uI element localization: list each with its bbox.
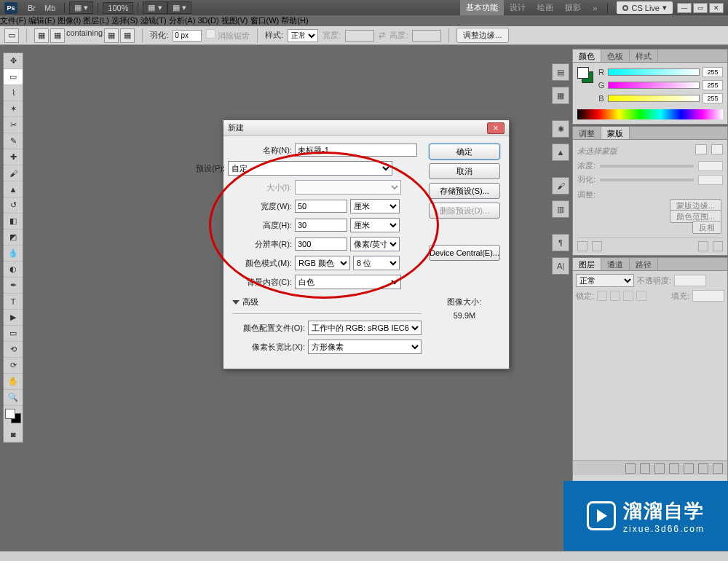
- path-select-tool[interactable]: ▶: [4, 310, 23, 326]
- tool-preset-icon[interactable]: ▭: [4, 28, 19, 43]
- screen-mode-dropdown[interactable]: ▦ ▾: [143, 1, 167, 14]
- fg-bg-swatch[interactable]: [577, 67, 593, 83]
- height-unit-select[interactable]: 厘米: [350, 218, 400, 232]
- 3d-camera-tool[interactable]: ⟳: [4, 358, 23, 374]
- lasso-tool[interactable]: ⌇: [4, 85, 23, 101]
- dock-clone-icon[interactable]: ▲: [552, 144, 569, 161]
- advanced-label[interactable]: 高级: [242, 297, 258, 306]
- pen-tool[interactable]: ✒: [4, 278, 23, 294]
- tab-channels[interactable]: 通道: [601, 258, 630, 270]
- menu-analysis[interactable]: 分析(A): [169, 16, 196, 25]
- history-brush-tool[interactable]: ↺: [4, 197, 23, 213]
- device-central-button[interactable]: Device Central(E)...: [429, 245, 500, 261]
- delete-preset-button[interactable]: 删除预设(D)...: [429, 203, 500, 219]
- dialog-titlebar[interactable]: 新建 ×: [223, 120, 509, 136]
- g-slider[interactable]: [608, 82, 700, 89]
- width-unit-select[interactable]: 厘米: [350, 199, 400, 213]
- menu-image[interactable]: 图像(I): [58, 16, 81, 25]
- tab-adjust[interactable]: 调整: [573, 127, 601, 139]
- color-swatch[interactable]: [5, 409, 21, 423]
- blend-mode-select[interactable]: 正常: [576, 274, 634, 287]
- 3d-tool[interactable]: ⟲: [4, 342, 23, 358]
- lock-all-icon[interactable]: [636, 291, 646, 301]
- color-profile-select[interactable]: 工作中的 RGB: sRGB IEC6...: [308, 321, 422, 335]
- menu-select[interactable]: 选择(S): [111, 16, 138, 25]
- extras-dropdown[interactable]: ▦ ▾: [167, 1, 191, 14]
- healing-tool[interactable]: ✚: [4, 149, 23, 165]
- selection-new-icon[interactable]: ▦: [34, 28, 49, 43]
- selection-intersect-icon[interactable]: ▦: [120, 28, 135, 43]
- brush-tool[interactable]: 🖌: [4, 165, 23, 181]
- gradient-tool[interactable]: ◩: [4, 230, 23, 246]
- arrange-dropdown[interactable]: ▦ ▾: [69, 1, 93, 14]
- selection-add-icon[interactable]: ▦: [50, 28, 65, 43]
- b-slider[interactable]: [608, 95, 700, 102]
- delete-mask-icon[interactable]: [713, 241, 723, 251]
- pixel-mask-icon[interactable]: [695, 144, 707, 154]
- tab-color[interactable]: 颜色: [573, 50, 601, 62]
- apply-mask-icon[interactable]: [592, 241, 602, 251]
- eraser-tool[interactable]: ◧: [4, 213, 23, 230]
- bridge-icon[interactable]: Br: [23, 2, 40, 14]
- new-layer-icon[interactable]: [698, 463, 708, 474]
- lock-image-icon[interactable]: [610, 291, 620, 301]
- invert-button[interactable]: 反相: [692, 221, 721, 234]
- type-tool[interactable]: T: [4, 294, 23, 310]
- link-layers-icon[interactable]: [625, 463, 636, 474]
- quick-mask-icon[interactable]: ◙: [4, 426, 23, 442]
- tab-swatches[interactable]: 色板: [601, 50, 630, 62]
- magic-wand-tool[interactable]: ✶: [4, 101, 23, 117]
- menu-edit[interactable]: 编辑(E): [28, 16, 55, 25]
- menu-layer[interactable]: 图层(L): [83, 16, 108, 25]
- cancel-button[interactable]: 取消: [429, 163, 500, 179]
- workspace-tab-design[interactable]: 设计: [504, 0, 531, 15]
- color-spectrum[interactable]: [577, 109, 723, 119]
- marquee-tool[interactable]: ▭: [4, 69, 23, 85]
- r-slider[interactable]: [608, 68, 700, 76]
- workspace-tab-photo[interactable]: 摄影: [559, 0, 587, 15]
- load-sel-icon[interactable]: [577, 241, 587, 251]
- blur-tool[interactable]: 💧: [4, 246, 23, 262]
- dock-brush-icon[interactable]: ✺: [552, 120, 569, 138]
- dock-toolpreset-icon[interactable]: ▥: [552, 200, 569, 218]
- menu-view[interactable]: 视图(V): [221, 16, 248, 25]
- menu-filter[interactable]: 滤镜(T): [141, 16, 167, 25]
- menu-window[interactable]: 窗口(W): [250, 16, 280, 25]
- delete-layer-icon[interactable]: [713, 463, 723, 474]
- eyedropper-tool[interactable]: ✎: [4, 133, 23, 149]
- refine-edge-button[interactable]: 调整边缘...: [456, 28, 508, 43]
- advanced-chevron-icon[interactable]: [232, 300, 240, 305]
- preset-select[interactable]: 自定: [228, 161, 392, 176]
- feather-input[interactable]: [173, 30, 202, 42]
- ok-button[interactable]: 确定: [429, 144, 500, 160]
- bit-depth-select[interactable]: 8 位: [353, 256, 400, 270]
- window-minimize[interactable]: —: [677, 3, 692, 13]
- cslive-button[interactable]: CS Live▾: [617, 1, 673, 14]
- menu-file[interactable]: 文件(F): [0, 16, 26, 25]
- name-input[interactable]: [295, 144, 417, 157]
- color-mode-select[interactable]: RGB 颜色: [295, 256, 350, 270]
- tab-styles[interactable]: 样式: [630, 50, 658, 62]
- b-value[interactable]: 255: [703, 93, 723, 103]
- menu-3d[interactable]: 3D(D): [197, 16, 218, 25]
- lock-pos-icon[interactable]: [623, 291, 633, 301]
- tab-paths[interactable]: 路径: [630, 258, 658, 270]
- dialog-close-icon[interactable]: ×: [487, 122, 505, 134]
- crop-tool[interactable]: ✂: [4, 117, 23, 133]
- shape-tool[interactable]: ▭: [4, 326, 23, 342]
- dock-char-icon[interactable]: A|: [552, 257, 569, 275]
- dodge-tool[interactable]: ◐: [4, 262, 23, 278]
- width-input-dlg[interactable]: [295, 200, 347, 213]
- clone-stamp-tool[interactable]: ▲: [4, 181, 23, 197]
- r-value[interactable]: 255: [703, 67, 723, 77]
- disable-mask-icon[interactable]: [698, 241, 708, 251]
- selection-subtract-icon[interactable]: ▦: [104, 28, 119, 43]
- save-preset-button[interactable]: 存储预设(S)...: [429, 183, 500, 199]
- dock-actions-icon[interactable]: ▦: [552, 87, 569, 104]
- layer-style-icon[interactable]: [640, 463, 650, 474]
- workspace-tab-paint[interactable]: 绘画: [531, 0, 559, 15]
- window-close[interactable]: ✕: [709, 3, 724, 13]
- g-value[interactable]: 255: [703, 80, 723, 90]
- workspace-tab-active[interactable]: 基本功能: [460, 0, 504, 15]
- tab-mask[interactable]: 蒙版: [601, 127, 630, 139]
